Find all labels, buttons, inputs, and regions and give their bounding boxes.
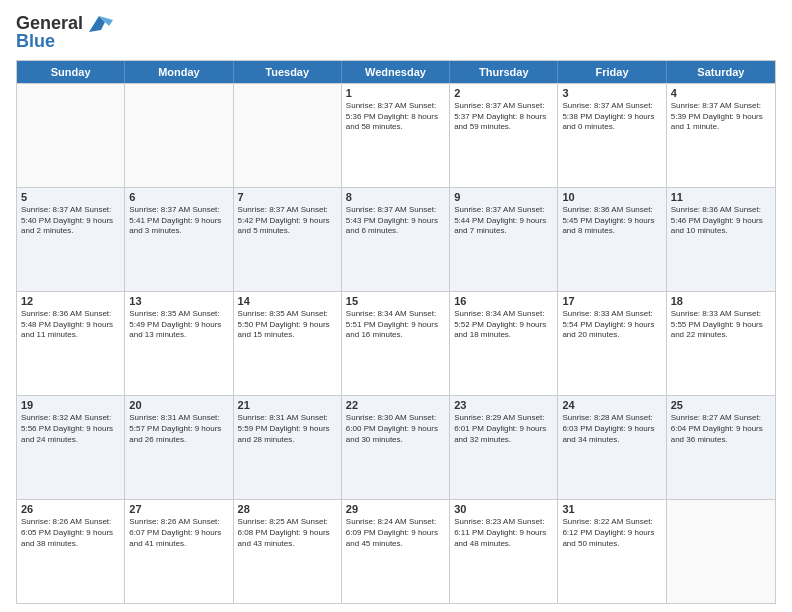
cell-info: Sunrise: 8:32 AM Sunset: 5:56 PM Dayligh… [21,413,120,445]
cal-cell-day-12: 12Sunrise: 8:36 AM Sunset: 5:48 PM Dayli… [17,292,125,395]
calendar-week-4: 19Sunrise: 8:32 AM Sunset: 5:56 PM Dayli… [17,395,775,499]
cal-cell-empty [667,500,775,603]
cell-info: Sunrise: 8:31 AM Sunset: 5:59 PM Dayligh… [238,413,337,445]
day-number: 19 [21,399,120,411]
cell-info: Sunrise: 8:37 AM Sunset: 5:43 PM Dayligh… [346,205,445,237]
cal-cell-day-1: 1Sunrise: 8:37 AM Sunset: 5:36 PM Daylig… [342,84,450,187]
day-number: 20 [129,399,228,411]
day-number: 30 [454,503,553,515]
day-number: 10 [562,191,661,203]
cal-cell-day-15: 15Sunrise: 8:34 AM Sunset: 5:51 PM Dayli… [342,292,450,395]
day-number: 2 [454,87,553,99]
day-number: 26 [21,503,120,515]
day-number: 14 [238,295,337,307]
cell-info: Sunrise: 8:36 AM Sunset: 5:46 PM Dayligh… [671,205,771,237]
header-day-monday: Monday [125,61,233,83]
cell-info: Sunrise: 8:27 AM Sunset: 6:04 PM Dayligh… [671,413,771,445]
day-number: 6 [129,191,228,203]
page: General Blue SundayMondayTuesdayWednesda… [0,0,792,612]
cal-cell-day-17: 17Sunrise: 8:33 AM Sunset: 5:54 PM Dayli… [558,292,666,395]
cal-cell-day-29: 29Sunrise: 8:24 AM Sunset: 6:09 PM Dayli… [342,500,450,603]
day-number: 8 [346,191,445,203]
day-number: 13 [129,295,228,307]
cal-cell-day-25: 25Sunrise: 8:27 AM Sunset: 6:04 PM Dayli… [667,396,775,499]
cal-cell-day-22: 22Sunrise: 8:30 AM Sunset: 6:00 PM Dayli… [342,396,450,499]
cell-info: Sunrise: 8:30 AM Sunset: 6:00 PM Dayligh… [346,413,445,445]
header-day-sunday: Sunday [17,61,125,83]
cell-info: Sunrise: 8:22 AM Sunset: 6:12 PM Dayligh… [562,517,661,549]
header-day-saturday: Saturday [667,61,775,83]
cell-info: Sunrise: 8:37 AM Sunset: 5:40 PM Dayligh… [21,205,120,237]
cell-info: Sunrise: 8:34 AM Sunset: 5:51 PM Dayligh… [346,309,445,341]
cell-info: Sunrise: 8:36 AM Sunset: 5:45 PM Dayligh… [562,205,661,237]
cell-info: Sunrise: 8:37 AM Sunset: 5:44 PM Dayligh… [454,205,553,237]
cal-cell-empty [234,84,342,187]
cell-info: Sunrise: 8:34 AM Sunset: 5:52 PM Dayligh… [454,309,553,341]
calendar-body: 1Sunrise: 8:37 AM Sunset: 5:36 PM Daylig… [17,83,775,603]
calendar-header-row: SundayMondayTuesdayWednesdayThursdayFrid… [17,61,775,83]
logo-text-blue: Blue [16,32,55,52]
day-number: 27 [129,503,228,515]
header-day-wednesday: Wednesday [342,61,450,83]
cal-cell-day-18: 18Sunrise: 8:33 AM Sunset: 5:55 PM Dayli… [667,292,775,395]
calendar-week-3: 12Sunrise: 8:36 AM Sunset: 5:48 PM Dayli… [17,291,775,395]
day-number: 11 [671,191,771,203]
logo-icon [85,12,113,36]
day-number: 9 [454,191,553,203]
cal-cell-day-11: 11Sunrise: 8:36 AM Sunset: 5:46 PM Dayli… [667,188,775,291]
logo: General Blue [16,12,113,52]
cal-cell-day-26: 26Sunrise: 8:26 AM Sunset: 6:05 PM Dayli… [17,500,125,603]
cal-cell-day-24: 24Sunrise: 8:28 AM Sunset: 6:03 PM Dayli… [558,396,666,499]
cal-cell-empty [17,84,125,187]
day-number: 21 [238,399,337,411]
day-number: 16 [454,295,553,307]
cell-info: Sunrise: 8:37 AM Sunset: 5:42 PM Dayligh… [238,205,337,237]
cell-info: Sunrise: 8:36 AM Sunset: 5:48 PM Dayligh… [21,309,120,341]
cell-info: Sunrise: 8:33 AM Sunset: 5:55 PM Dayligh… [671,309,771,341]
cal-cell-day-30: 30Sunrise: 8:23 AM Sunset: 6:11 PM Dayli… [450,500,558,603]
cell-info: Sunrise: 8:26 AM Sunset: 6:05 PM Dayligh… [21,517,120,549]
cal-cell-day-10: 10Sunrise: 8:36 AM Sunset: 5:45 PM Dayli… [558,188,666,291]
cal-cell-day-16: 16Sunrise: 8:34 AM Sunset: 5:52 PM Dayli… [450,292,558,395]
calendar: SundayMondayTuesdayWednesdayThursdayFrid… [16,60,776,604]
cell-info: Sunrise: 8:26 AM Sunset: 6:07 PM Dayligh… [129,517,228,549]
cal-cell-day-27: 27Sunrise: 8:26 AM Sunset: 6:07 PM Dayli… [125,500,233,603]
day-number: 1 [346,87,445,99]
day-number: 4 [671,87,771,99]
calendar-week-5: 26Sunrise: 8:26 AM Sunset: 6:05 PM Dayli… [17,499,775,603]
cell-info: Sunrise: 8:31 AM Sunset: 5:57 PM Dayligh… [129,413,228,445]
cell-info: Sunrise: 8:28 AM Sunset: 6:03 PM Dayligh… [562,413,661,445]
cell-info: Sunrise: 8:37 AM Sunset: 5:38 PM Dayligh… [562,101,661,133]
cell-info: Sunrise: 8:35 AM Sunset: 5:49 PM Dayligh… [129,309,228,341]
cell-info: Sunrise: 8:37 AM Sunset: 5:39 PM Dayligh… [671,101,771,133]
header-day-tuesday: Tuesday [234,61,342,83]
cell-info: Sunrise: 8:23 AM Sunset: 6:11 PM Dayligh… [454,517,553,549]
day-number: 22 [346,399,445,411]
cal-cell-day-28: 28Sunrise: 8:25 AM Sunset: 6:08 PM Dayli… [234,500,342,603]
day-number: 24 [562,399,661,411]
cal-cell-day-2: 2Sunrise: 8:37 AM Sunset: 5:37 PM Daylig… [450,84,558,187]
cal-cell-day-13: 13Sunrise: 8:35 AM Sunset: 5:49 PM Dayli… [125,292,233,395]
header-day-friday: Friday [558,61,666,83]
cell-info: Sunrise: 8:37 AM Sunset: 5:41 PM Dayligh… [129,205,228,237]
header-day-thursday: Thursday [450,61,558,83]
cal-cell-day-19: 19Sunrise: 8:32 AM Sunset: 5:56 PM Dayli… [17,396,125,499]
cal-cell-day-9: 9Sunrise: 8:37 AM Sunset: 5:44 PM Daylig… [450,188,558,291]
cell-info: Sunrise: 8:37 AM Sunset: 5:37 PM Dayligh… [454,101,553,133]
day-number: 25 [671,399,771,411]
day-number: 7 [238,191,337,203]
cal-cell-day-21: 21Sunrise: 8:31 AM Sunset: 5:59 PM Dayli… [234,396,342,499]
day-number: 5 [21,191,120,203]
day-number: 31 [562,503,661,515]
cal-cell-day-8: 8Sunrise: 8:37 AM Sunset: 5:43 PM Daylig… [342,188,450,291]
cal-cell-day-20: 20Sunrise: 8:31 AM Sunset: 5:57 PM Dayli… [125,396,233,499]
day-number: 15 [346,295,445,307]
cell-info: Sunrise: 8:24 AM Sunset: 6:09 PM Dayligh… [346,517,445,549]
cal-cell-day-3: 3Sunrise: 8:37 AM Sunset: 5:38 PM Daylig… [558,84,666,187]
cell-info: Sunrise: 8:29 AM Sunset: 6:01 PM Dayligh… [454,413,553,445]
cell-info: Sunrise: 8:35 AM Sunset: 5:50 PM Dayligh… [238,309,337,341]
cal-cell-day-14: 14Sunrise: 8:35 AM Sunset: 5:50 PM Dayli… [234,292,342,395]
cal-cell-day-4: 4Sunrise: 8:37 AM Sunset: 5:39 PM Daylig… [667,84,775,187]
cal-cell-day-6: 6Sunrise: 8:37 AM Sunset: 5:41 PM Daylig… [125,188,233,291]
cal-cell-day-31: 31Sunrise: 8:22 AM Sunset: 6:12 PM Dayli… [558,500,666,603]
